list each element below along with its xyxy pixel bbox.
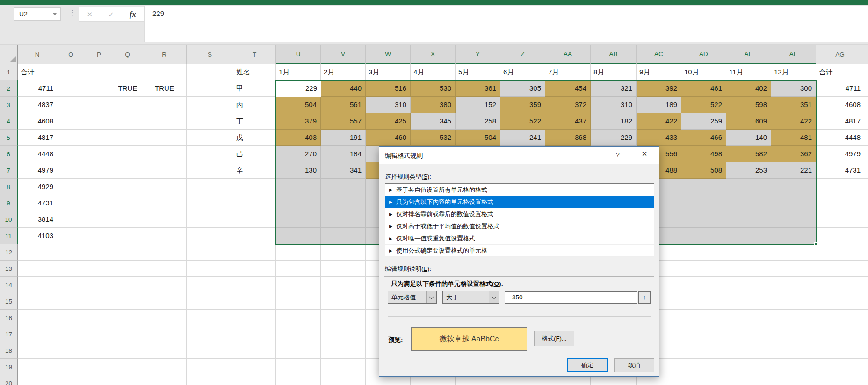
cancel-entry-icon[interactable]: ✕ <box>87 10 93 19</box>
col-header-W[interactable]: W <box>366 45 411 64</box>
cell-V5[interactable]: 191 <box>321 130 366 146</box>
cell-Z1[interactable]: 6月 <box>500 64 545 80</box>
col-header-sliver[interactable] <box>864 45 868 64</box>
cell-AE8[interactable] <box>726 179 771 195</box>
cell-U4[interactable]: 379 <box>276 113 321 130</box>
cell-AF6[interactable]: 362 <box>771 146 816 162</box>
cell-AA2[interactable]: 454 <box>545 80 591 97</box>
cell-W1[interactable]: 3月 <box>366 64 411 80</box>
cell-AB5[interactable]: 229 <box>591 130 637 146</box>
col-header-R[interactable]: R <box>142 45 187 64</box>
cell-AC3[interactable]: 189 <box>637 97 681 113</box>
cell-V8[interactable] <box>321 179 366 195</box>
cell-AB1[interactable]: 8月 <box>591 64 637 80</box>
cell-N5[interactable]: 4817 <box>18 130 57 146</box>
cell-AE5[interactable]: 140 <box>726 130 771 146</box>
cell-AF8[interactable] <box>771 179 816 195</box>
cell-AE4[interactable]: 609 <box>726 113 771 130</box>
cell-AD3[interactable]: 522 <box>681 97 726 113</box>
col-header-V[interactable]: V <box>321 45 366 64</box>
format-button[interactable]: 格式(F)... <box>534 331 574 346</box>
cell-value-combo[interactable]: 单元格值 <box>388 291 437 304</box>
cell-AD7[interactable]: 508 <box>681 162 726 179</box>
name-box-dropdown-icon[interactable] <box>53 13 57 15</box>
row-header-10[interactable]: 10 <box>0 211 18 228</box>
cell-N3[interactable]: 4837 <box>18 97 57 113</box>
name-box[interactable]: U2 <box>14 7 61 21</box>
row-header-3[interactable]: 3 <box>0 97 18 113</box>
col-header-P[interactable]: P <box>85 45 113 64</box>
cell-AB3[interactable]: 310 <box>591 97 637 113</box>
cell-Z5[interactable]: 241 <box>500 130 545 146</box>
col-header-O[interactable]: O <box>57 45 85 64</box>
cell-AF7[interactable]: 221 <box>771 162 816 179</box>
cell-AG5[interactable]: 4448 <box>816 130 864 146</box>
cell-AE10[interactable] <box>726 211 771 228</box>
cell-AD6[interactable]: 498 <box>681 146 726 162</box>
cell-AD1[interactable]: 10月 <box>681 64 726 80</box>
cell-AF5[interactable]: 481 <box>771 130 816 146</box>
cell-AD8[interactable] <box>681 179 726 195</box>
help-icon[interactable]: ? <box>613 151 622 159</box>
rule-type-option-2-selected[interactable]: ▶只为包含以下内容的单元格设置格式 <box>385 196 654 208</box>
cell-AF2[interactable]: 300 <box>771 80 816 97</box>
rule-type-option-3[interactable]: ▶仅对排名靠前或靠后的数值设置格式 <box>385 208 654 220</box>
cell-AG2[interactable]: 4711 <box>816 80 864 97</box>
row-header-15[interactable]: 15 <box>0 293 18 310</box>
cell-T5[interactable]: 戊 <box>233 130 276 146</box>
insert-function-icon[interactable]: fx <box>130 10 136 19</box>
row-header-7[interactable]: 7 <box>0 162 18 179</box>
formula-input[interactable]: 229 <box>144 6 868 42</box>
cell-AE11[interactable] <box>726 228 771 244</box>
cell-AA1[interactable]: 7月 <box>545 64 591 80</box>
row-header-16[interactable]: 16 <box>0 310 18 326</box>
col-header-AD[interactable]: AD <box>681 45 726 64</box>
cell-Y3[interactable]: 152 <box>456 97 500 113</box>
cell-U1[interactable]: 1月 <box>276 64 321 80</box>
cell-AF3[interactable]: 351 <box>771 97 816 113</box>
row-header-11[interactable]: 11 <box>0 228 18 244</box>
cell-AF4[interactable]: 422 <box>771 113 816 130</box>
cell-N2[interactable]: 4711 <box>18 80 57 97</box>
cell-T2[interactable]: 甲 <box>233 80 276 97</box>
cell-X4[interactable]: 345 <box>411 113 456 130</box>
ok-button[interactable]: 确定 <box>567 358 608 372</box>
cell-V2[interactable]: 440 <box>321 80 366 97</box>
cell-V3[interactable]: 561 <box>321 97 366 113</box>
cell-AD9[interactable] <box>681 195 726 211</box>
cell-N8[interactable]: 4929 <box>18 179 57 195</box>
cell-T4[interactable]: 丁 <box>233 113 276 130</box>
col-header-Q[interactable]: Q <box>113 45 142 64</box>
cell-U5[interactable]: 403 <box>276 130 321 146</box>
col-header-U[interactable]: U <box>276 45 321 64</box>
cell-W4[interactable]: 425 <box>366 113 411 130</box>
cell-AA3[interactable]: 372 <box>545 97 591 113</box>
rule-type-option-6[interactable]: ▶使用公式确定要设置格式的单元格 <box>385 245 654 257</box>
col-header-AF[interactable]: AF <box>771 45 816 64</box>
cell-N9[interactable]: 4731 <box>18 195 57 211</box>
cell-V6[interactable]: 184 <box>321 146 366 162</box>
cell-T6[interactable]: 己 <box>233 146 276 162</box>
rule-type-option-4[interactable]: ▶仅对高于或低于平均值的数值设置格式 <box>385 220 654 232</box>
cell-AC5[interactable]: 433 <box>637 130 681 146</box>
threshold-input[interactable]: =350 <box>505 291 637 304</box>
chevron-down-icon[interactable] <box>489 291 499 303</box>
row-header-17[interactable]: 17 <box>0 326 18 342</box>
cell-W2[interactable]: 516 <box>366 80 411 97</box>
cell-N10[interactable]: 3814 <box>18 211 57 228</box>
cell-X5[interactable]: 532 <box>411 130 456 146</box>
cell-AD10[interactable] <box>681 211 726 228</box>
cell-AA4[interactable]: 437 <box>545 113 591 130</box>
cell-AE3[interactable]: 598 <box>726 97 771 113</box>
cell-W5[interactable]: 460 <box>366 130 411 146</box>
cell-U10[interactable] <box>276 211 321 228</box>
cell-U11[interactable] <box>276 228 321 244</box>
cell-N7[interactable]: 4979 <box>18 162 57 179</box>
col-header-AE[interactable]: AE <box>726 45 771 64</box>
row-header-2[interactable]: 2 <box>0 80 18 97</box>
row-header-5[interactable]: 5 <box>0 130 18 146</box>
cell-Z4[interactable]: 522 <box>500 113 545 130</box>
cell-U7[interactable]: 130 <box>276 162 321 179</box>
cell-AC4[interactable]: 422 <box>637 113 681 130</box>
cell-AG3[interactable]: 4608 <box>816 97 864 113</box>
